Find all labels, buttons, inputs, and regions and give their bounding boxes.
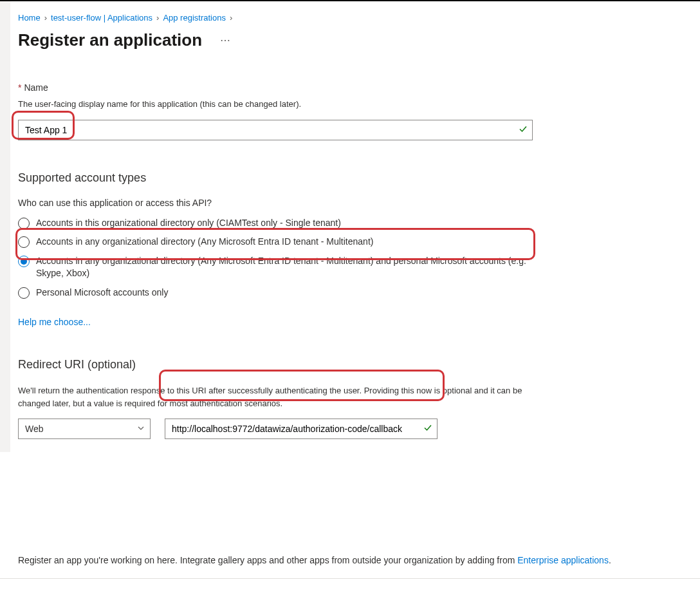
help-me-choose-link[interactable]: Help me choose... (18, 317, 91, 327)
app-name-input[interactable] (18, 120, 533, 140)
radio-icon (18, 218, 30, 229)
account-types-heading: Supported account types (18, 171, 700, 185)
chevron-down-icon (137, 424, 145, 434)
radio-multitenant-personal[interactable]: Accounts in any organizational directory… (18, 255, 533, 280)
chevron-right-icon: › (230, 13, 232, 23)
redirect-uri-input[interactable] (165, 419, 438, 439)
name-label: *Name (18, 82, 700, 93)
divider (0, 578, 700, 579)
radio-icon (18, 256, 30, 267)
page-title: Register an application (18, 30, 202, 50)
chevron-right-icon: › (156, 13, 159, 23)
chevron-right-icon: › (44, 13, 47, 23)
platform-select[interactable]: Web (18, 419, 151, 439)
checkmark-icon (519, 124, 528, 135)
breadcrumb-tenant[interactable]: test-user-flow | Applications (51, 13, 152, 23)
radio-multitenant[interactable]: Accounts in any organizational directory… (18, 236, 533, 249)
enterprise-apps-link[interactable]: Enterprise applications (517, 555, 609, 565)
redirect-heading: Redirect URI (optional) (18, 358, 700, 372)
radio-personal-only[interactable]: Personal Microsoft accounts only (18, 287, 533, 299)
breadcrumb: Home › test-user-flow | Applications › A… (18, 13, 700, 23)
breadcrumb-appreg[interactable]: App registrations (163, 13, 226, 23)
redirect-hint: We'll return the authentication response… (18, 384, 533, 409)
account-types-radio-group: Accounts in this organizational director… (18, 217, 533, 299)
radio-icon (18, 236, 30, 248)
more-actions-icon[interactable]: ⋯ (220, 34, 231, 46)
radio-icon (18, 287, 30, 299)
platform-value: Web (25, 424, 44, 434)
breadcrumb-home[interactable]: Home (18, 13, 41, 23)
name-hint: The user-facing display name for this ap… (18, 98, 700, 111)
footer-text: Register an app you're working on here. … (18, 555, 700, 565)
checkmark-icon (423, 424, 432, 435)
radio-single-tenant[interactable]: Accounts in this organizational director… (18, 217, 533, 230)
account-types-question: Who can use this application or access t… (18, 198, 700, 208)
